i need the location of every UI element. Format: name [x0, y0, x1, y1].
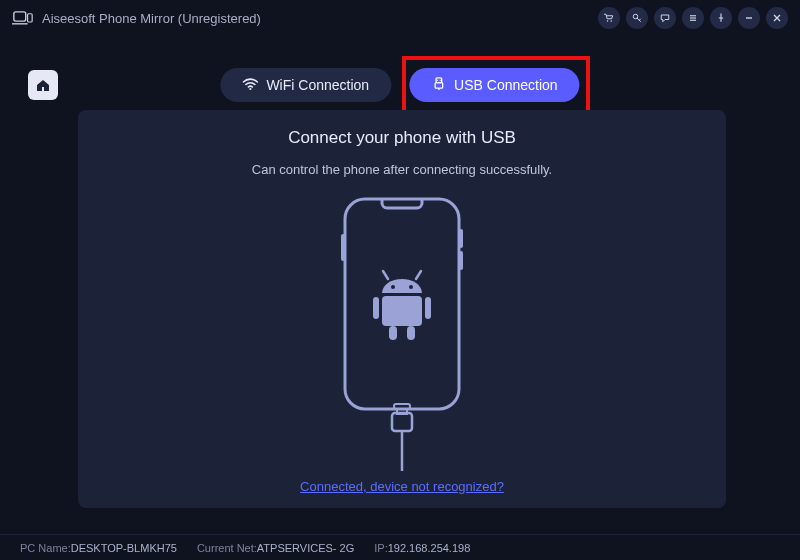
svg-line-22 — [383, 271, 388, 279]
chat-icon[interactable] — [654, 7, 676, 29]
svg-rect-0 — [14, 12, 26, 21]
status-ip-label: IP: — [374, 542, 387, 554]
svg-rect-26 — [382, 296, 422, 326]
status-net-label: Current Net: — [197, 542, 257, 554]
connection-tabs: WiFi Connection USB Connection — [220, 68, 579, 102]
svg-rect-27 — [373, 297, 379, 319]
wifi-icon — [242, 77, 258, 94]
tab-usb[interactable]: USB Connection — [409, 68, 580, 102]
svg-point-12 — [249, 87, 251, 89]
status-pc-value: DESKTOP-BLMKH75 — [71, 542, 177, 554]
main-panel: Connect your phone with USB Can control … — [78, 110, 726, 508]
panel-heading: Connect your phone with USB — [288, 128, 516, 148]
svg-point-4 — [611, 20, 613, 22]
usb-icon — [431, 76, 446, 94]
svg-rect-30 — [407, 326, 415, 340]
svg-point-3 — [607, 20, 609, 22]
tab-wifi[interactable]: WiFi Connection — [220, 68, 391, 102]
menu-icon[interactable] — [682, 7, 704, 29]
svg-rect-29 — [389, 326, 397, 340]
status-pc: PC Name:DESKTOP-BLMKH75 — [20, 542, 177, 554]
close-icon[interactable] — [766, 7, 788, 29]
app-title: Aiseesoft Phone Mirror (Unregistered) — [42, 11, 261, 26]
svg-point-25 — [409, 285, 413, 289]
svg-rect-28 — [425, 297, 431, 319]
svg-rect-33 — [397, 409, 407, 414]
svg-rect-16 — [435, 83, 443, 89]
titlebar-actions — [598, 7, 788, 29]
phone-illustration — [327, 191, 477, 471]
cart-icon[interactable] — [598, 7, 620, 29]
app-logo-icon — [12, 11, 34, 25]
svg-line-23 — [416, 271, 421, 279]
svg-rect-1 — [28, 13, 33, 21]
pin-icon[interactable] — [710, 7, 732, 29]
status-net: Current Net:ATPSERVICES- 2G — [197, 542, 354, 554]
minimize-icon[interactable] — [738, 7, 760, 29]
help-link[interactable]: Connected, device not recognized? — [300, 479, 504, 494]
status-pc-label: PC Name: — [20, 542, 71, 554]
status-ip-value: 192.168.254.198 — [388, 542, 471, 554]
key-icon[interactable] — [626, 7, 648, 29]
status-ip: IP:192.168.254.198 — [374, 542, 470, 554]
statusbar: PC Name:DESKTOP-BLMKH75 Current Net:ATPS… — [0, 534, 800, 560]
titlebar: Aiseesoft Phone Mirror (Unregistered) — [0, 0, 800, 36]
svg-point-24 — [391, 285, 395, 289]
tab-wifi-label: WiFi Connection — [266, 77, 369, 93]
home-button[interactable] — [28, 70, 58, 100]
panel-subtext: Can control the phone after connecting s… — [252, 162, 552, 177]
help-link-container: Connected, device not recognized? — [78, 479, 726, 494]
tab-usb-label: USB Connection — [454, 77, 558, 93]
status-net-value: ATPSERVICES- 2G — [257, 542, 354, 554]
svg-rect-32 — [392, 413, 412, 431]
